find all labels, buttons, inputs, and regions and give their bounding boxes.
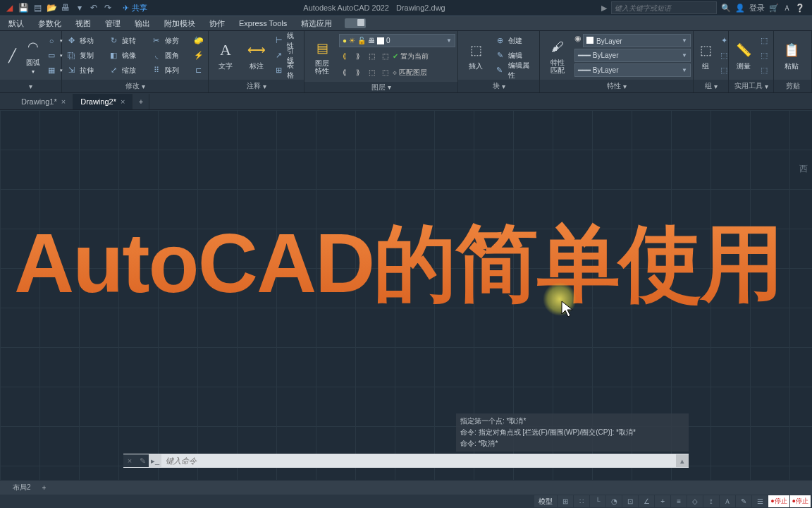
copy-button[interactable]: ⿻复制 [64,48,105,63]
scale-icon[interactable]: Ａ [720,495,735,507]
iso-icon[interactable]: ◇ [687,495,703,507]
util-2[interactable]: ⬚ [757,48,771,63]
paste-button[interactable]: 📋粘贴 [776,33,807,78]
ws-icon[interactable]: ✎ [736,495,751,507]
panel-group-title[interactable]: 组 ▾ [694,80,728,92]
offset-button[interactable]: ⊏ [192,63,206,78]
user-icon[interactable]: 👤 [735,4,745,13]
explode-button[interactable]: ⚡ [192,48,206,63]
trim-button[interactable]: ✂修剪 [149,33,190,48]
qat-print-icon[interactable]: 🖶 [59,1,72,14]
rect-button[interactable]: ▭▾ [44,48,64,63]
grid-snap-icon[interactable]: ⊞ [558,495,573,507]
panel-clip-title[interactable]: 剪贴 [774,80,811,92]
tab-default[interactable]: 默认 [1,16,31,31]
arc-button[interactable]: ◠圆弧▼ [23,33,43,78]
login-button[interactable]: 登录 [749,3,765,13]
laytool-8[interactable]: ⬚ [379,67,390,78]
close-icon[interactable]: × [121,97,125,106]
osnap-icon[interactable]: ⊡ [622,495,638,507]
scale-button[interactable]: ⤢缩放 [106,63,147,78]
hatch-button[interactable]: ▦▾ [44,63,64,78]
panel-modify-title[interactable]: 修改 ▾ [62,80,208,92]
linetype-dropdown[interactable]: ━━━ ByLayer▼ [574,64,691,77]
model-button[interactable]: 模型 [534,495,557,507]
otrack-icon[interactable]: ∠ [639,495,654,507]
layerprops-button[interactable]: ▤图层 特性 [307,33,338,80]
tab-addins[interactable]: 附加模块 [157,16,202,31]
lwt-icon[interactable]: ≡ [671,495,687,507]
share-button[interactable]: ✈ 共享 [123,3,147,13]
close-icon[interactable]: × [61,97,66,106]
laytool-7[interactable]: ⬚ [366,67,377,78]
panel-block-title[interactable]: 块 ▾ [458,80,539,92]
tab-drawing2[interactable]: Drawing2*× [73,94,133,109]
circle-button[interactable]: ○▾ [44,33,64,48]
tab-drawing1[interactable]: Drawing1*× [14,94,73,109]
panel-draw-title[interactable]: ▾ [0,80,61,92]
help-icon[interactable]: ❔ [795,4,805,13]
layout-tab[interactable]: 布局2 [7,480,37,495]
qat-undo-icon[interactable]: ↶ [87,1,100,14]
app-menu-icon[interactable]: ◢ [3,1,16,14]
snap-icon[interactable]: ∷ [574,495,589,507]
new-tab-button[interactable]: + [133,94,149,109]
panel-layer-title[interactable]: 图层 ▾ [304,82,457,92]
search-input[interactable] [611,1,717,14]
stretch-button[interactable]: ⇲拉伸 [64,63,105,78]
cart-icon[interactable]: 🛒 [769,4,779,13]
record-stop-2[interactable]: ●停止 [790,495,811,507]
tab-parametric[interactable]: 参数化 [31,16,68,31]
qat-open-icon[interactable]: 📂 [45,1,58,14]
cmd-close-icon[interactable]: × [123,454,136,467]
insert-button[interactable]: ⬚插入 [460,33,491,78]
move-button[interactable]: ✥移动 [64,33,105,48]
polar-icon[interactable]: ◔ [606,495,622,507]
cmd-custom-icon[interactable]: ✎ [136,454,149,467]
fillet-button[interactable]: ◟圆角 [149,48,190,63]
color-icon[interactable]: ◉ [574,34,582,47]
ortho-icon[interactable]: └ [590,495,605,507]
qat-save-icon[interactable]: 💾 [17,1,30,14]
text-button[interactable]: A文字 [211,33,240,78]
matchprop-button[interactable]: 🖌特性 匹配 [542,33,573,78]
qat-redo-icon[interactable]: ↷ [102,1,114,14]
panel-props-title[interactable]: 特性 ▾ [540,80,693,92]
line-button[interactable]: ╱ [2,33,22,78]
array-button[interactable]: ⠿阵列 [149,63,190,78]
laytool-3[interactable]: ⬚ [366,51,377,62]
qat-new-icon[interactable]: ▤ [31,1,44,14]
laytool-2[interactable]: ⟫ [352,51,364,62]
panel-util-title[interactable]: 实用工具 ▾ [729,80,773,92]
panel-annotate-title[interactable]: 注释 ▾ [209,80,304,92]
group-button[interactable]: ⬚组 [696,33,715,78]
matchlayer-button[interactable]: ⟐ 匹配图层 [393,68,427,78]
search-icon[interactable]: 🔍 [721,4,731,13]
measure-button[interactable]: 📏测量 [731,33,756,78]
rotate-button[interactable]: ↻旋转 [106,33,147,48]
laytool-4[interactable]: ⬚ [379,51,390,62]
util-1[interactable]: ⬚ [757,33,771,48]
laytool-5[interactable]: ⟪ [339,67,350,78]
tab-collab[interactable]: 协作 [202,16,232,31]
dim-button[interactable]: ⟷标注 [242,33,271,78]
erase-button[interactable]: 🧽 [192,33,206,48]
extra-icon[interactable]: ☰ [752,495,768,507]
setcurrent-button[interactable]: ✔ 置为当前 [393,52,429,61]
cmd-up-icon[interactable]: ▴ [676,454,689,467]
tab-view[interactable]: 视图 [68,16,98,31]
apps-icon[interactable]: Ａ [783,3,791,13]
util-3[interactable]: ⬚ [757,63,771,78]
tab-output[interactable]: 输出 [128,16,157,31]
app-switch[interactable] [345,18,366,28]
command-input[interactable] [161,454,676,467]
layout-add[interactable]: + [37,482,52,494]
tab-featured[interactable]: 精选应用 [294,16,339,31]
tab-express[interactable]: Express Tools [232,17,294,30]
lineweight-dropdown[interactable]: ━━━ ByLayer▼ [574,49,691,62]
laytool-6[interactable]: ⟫ [352,67,364,78]
record-stop-1[interactable]: ●停止 [768,495,789,507]
create-block-button[interactable]: ⊕创建 [493,33,537,48]
dyn-icon[interactable]: + [655,495,670,507]
laytool-1[interactable]: ⟪ [339,51,350,62]
